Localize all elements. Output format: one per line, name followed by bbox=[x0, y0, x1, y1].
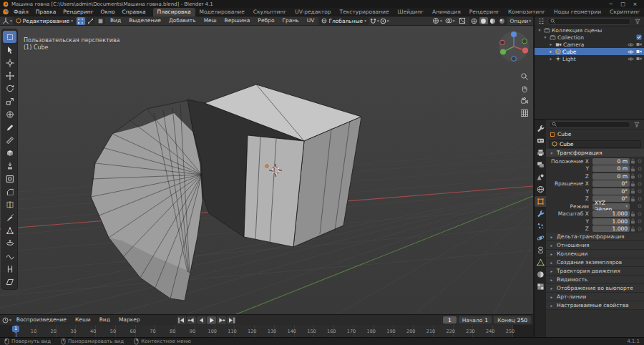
tool-loop-cut-button[interactable] bbox=[3, 198, 16, 210]
workspace-tab-modeling[interactable]: Моделирование bbox=[195, 8, 249, 16]
breadcrumb-object-name[interactable]: Cube bbox=[557, 131, 571, 137]
scale-z-field[interactable]: 1.000 bbox=[592, 225, 630, 232]
play-reverse-button[interactable] bbox=[197, 316, 206, 324]
animate-dot-icon[interactable] bbox=[636, 197, 643, 201]
workspace-tab-compositing[interactable]: Композитинг bbox=[504, 8, 550, 16]
animate-dot-icon[interactable] bbox=[636, 182, 643, 186]
edge-select-button[interactable] bbox=[87, 17, 95, 25]
section-viewport-display[interactable]: ▸Отображение во вьюпорте bbox=[546, 284, 644, 293]
tab-scene[interactable] bbox=[535, 172, 546, 183]
tab-view-layer[interactable] bbox=[535, 160, 546, 170]
tool-add-cube-button[interactable] bbox=[3, 147, 16, 159]
menu-timeline-view[interactable]: Вид bbox=[96, 316, 114, 324]
tool-knife-button[interactable] bbox=[3, 211, 16, 223]
next-keyframe-button[interactable] bbox=[217, 316, 226, 324]
menu-file[interactable]: Файл bbox=[10, 8, 32, 16]
proportional-editing-icon[interactable]: ▾ bbox=[380, 17, 389, 25]
tab-object-data[interactable] bbox=[535, 257, 546, 268]
navigation-gizmo[interactable] bbox=[497, 30, 530, 63]
lock-icon[interactable] bbox=[630, 158, 636, 164]
menu-select[interactable]: Выделение bbox=[125, 16, 165, 25]
disclosure-triangle-icon[interactable]: ▸ bbox=[548, 57, 554, 61]
exclude-checkbox-icon[interactable] bbox=[636, 34, 642, 40]
lock-icon[interactable] bbox=[630, 196, 636, 202]
transform-orientation-dropdown[interactable]: Глобальные ▾ bbox=[318, 17, 369, 25]
maximize-button[interactable]: □ bbox=[617, 0, 629, 8]
section-line-art[interactable]: ▸Арт-линии bbox=[546, 293, 644, 301]
end-frame-field[interactable]: Конец250 bbox=[494, 316, 531, 324]
tool-edge-slide-button[interactable] bbox=[3, 263, 16, 275]
section-visibility[interactable]: ▸Видимость bbox=[546, 276, 644, 284]
transform-panel-header[interactable]: ▾ Трансформация bbox=[546, 149, 644, 157]
play-button[interactable] bbox=[207, 316, 216, 324]
location-x-field[interactable]: 0 m bbox=[592, 158, 630, 165]
shading-wireframe-button[interactable] bbox=[470, 17, 479, 24]
outliner-row-scene-collection[interactable]: ▾ Коллекция сцены bbox=[535, 26, 644, 34]
workspace-tab-animation[interactable]: Анимация bbox=[428, 8, 465, 16]
close-button[interactable]: × bbox=[629, 0, 641, 8]
menu-mesh[interactable]: Меш bbox=[200, 16, 220, 25]
eye-icon[interactable] bbox=[628, 57, 634, 62]
workspace-tab-sculpting[interactable]: Скульптинг bbox=[249, 8, 291, 16]
workspace-tab-texture-paint[interactable]: Текстурирование bbox=[336, 8, 394, 16]
shading-solid-button[interactable] bbox=[479, 17, 488, 24]
tool-3d-cursor-button[interactable] bbox=[3, 57, 16, 69]
workspace-tab-layout[interactable]: Пласировка bbox=[153, 8, 195, 16]
animate-dot-icon[interactable] bbox=[636, 219, 643, 223]
show-gizmo-icon[interactable]: ▾ bbox=[432, 17, 442, 25]
shading-material-button[interactable] bbox=[489, 17, 497, 24]
camera-view-icon[interactable] bbox=[519, 96, 530, 106]
tab-tool[interactable] bbox=[535, 123, 546, 134]
options-dropdown[interactable]: Опции▾ bbox=[510, 17, 531, 25]
tab-render[interactable] bbox=[535, 135, 546, 146]
zoom-view-icon[interactable] bbox=[519, 72, 530, 82]
tab-object[interactable] bbox=[535, 196, 546, 207]
menu-window[interactable]: Окно bbox=[97, 8, 119, 16]
tool-move-button[interactable] bbox=[3, 69, 16, 82]
shading-rendered-button[interactable] bbox=[498, 17, 507, 24]
jump-to-end-button[interactable] bbox=[227, 316, 236, 324]
rotation-x-field[interactable]: 0° bbox=[592, 180, 630, 187]
scale-x-field[interactable]: 1.000 bbox=[592, 210, 630, 217]
tab-material[interactable] bbox=[535, 269, 546, 280]
scale-y-field[interactable]: 1.000 bbox=[592, 218, 630, 225]
start-frame-field[interactable]: Начало1 bbox=[459, 316, 492, 324]
section-relations[interactable]: ▸Отношения bbox=[546, 241, 644, 250]
tool-tweak-button[interactable] bbox=[3, 44, 16, 56]
menu-vertex[interactable]: Вершина bbox=[221, 16, 254, 25]
tab-texture[interactable] bbox=[535, 281, 546, 292]
lock-icon[interactable] bbox=[630, 166, 636, 172]
tab-particles[interactable] bbox=[535, 220, 546, 231]
lock-icon[interactable] bbox=[630, 218, 636, 224]
outliner-row-cube[interactable]: ▸ Cube bbox=[535, 48, 644, 55]
menu-help[interactable]: Справка bbox=[119, 8, 150, 16]
tool-bevel-button[interactable] bbox=[3, 185, 16, 198]
outliner-row-collection[interactable]: ▾ Collection bbox=[535, 34, 644, 41]
disclosure-triangle-icon[interactable]: ▾ bbox=[542, 35, 548, 39]
lock-icon[interactable] bbox=[630, 173, 636, 179]
lock-icon[interactable] bbox=[630, 188, 636, 194]
workspace-tab-rendering[interactable]: Рендеринг bbox=[465, 8, 504, 16]
viewport-3d[interactable]: Пользовательская перспектива (1) Cube bbox=[0, 26, 533, 314]
current-frame-field[interactable]: 1 bbox=[443, 316, 457, 324]
tool-measure-button[interactable] bbox=[3, 134, 16, 146]
filter-funnel-icon[interactable] bbox=[633, 120, 641, 128]
workspace-tab-scripting[interactable]: Скриптинг bbox=[605, 8, 644, 16]
outliner-editor-icon[interactable] bbox=[537, 17, 545, 25]
disclosure-triangle-icon[interactable]: ▸ bbox=[548, 49, 554, 54]
tool-spin-button[interactable] bbox=[3, 237, 16, 249]
outliner-search-input[interactable] bbox=[547, 18, 631, 25]
section-custom-properties[interactable]: ▸Настраиваемые свойства bbox=[546, 301, 644, 310]
outliner-row-light[interactable]: ▸ Light bbox=[535, 55, 644, 62]
section-motion-paths[interactable]: ▸Траектория движения bbox=[546, 267, 644, 276]
tool-shear-button[interactable] bbox=[3, 276, 16, 288]
disclosure-triangle-icon[interactable]: ▸ bbox=[548, 42, 554, 47]
animate-dot-icon[interactable] bbox=[636, 212, 643, 216]
rotation-y-field[interactable]: 0° bbox=[592, 188, 630, 195]
pan-view-hand-icon[interactable] bbox=[519, 84, 530, 94]
location-y-field[interactable]: 0 m bbox=[592, 165, 630, 172]
blender-logo-icon[interactable] bbox=[1, 8, 10, 16]
menu-playback[interactable]: Воспроизведение bbox=[13, 316, 70, 324]
animate-dot-icon[interactable] bbox=[636, 159, 643, 163]
tab-modifiers[interactable] bbox=[535, 208, 546, 219]
